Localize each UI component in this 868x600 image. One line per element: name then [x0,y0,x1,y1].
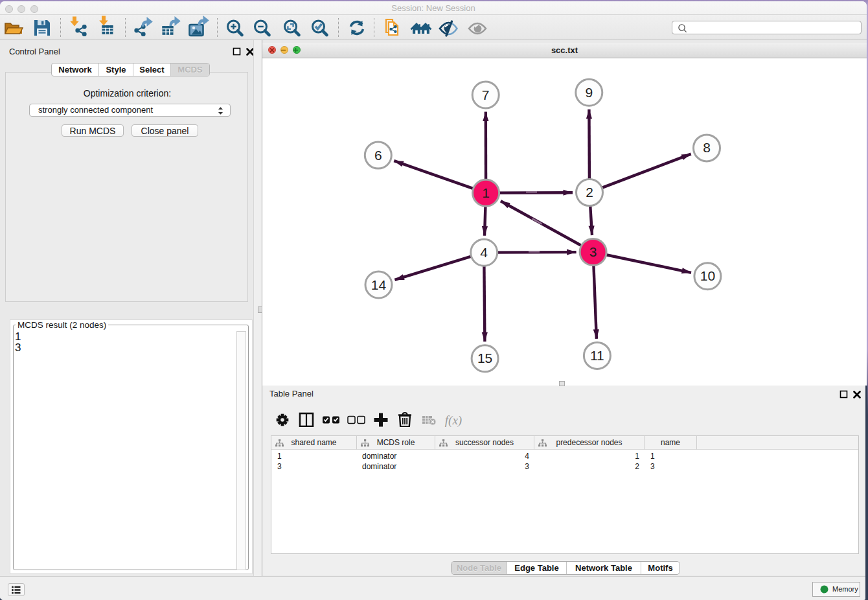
svg-text:6: 6 [374,148,382,163]
svg-text:9: 9 [585,85,593,100]
svg-text:8: 8 [703,140,711,155]
svg-text:11: 11 [590,348,604,363]
svg-text:f(x): f(x) [445,413,462,427]
svg-text:1: 1 [482,185,490,200]
svg-text:2: 2 [586,185,593,200]
svg-text:15: 15 [477,351,492,365]
svg-text:3: 3 [589,244,597,259]
svg-text:4: 4 [480,245,488,260]
svg-text:7: 7 [482,87,490,102]
svg-text:14: 14 [371,277,387,292]
svg-text:10: 10 [700,268,715,283]
